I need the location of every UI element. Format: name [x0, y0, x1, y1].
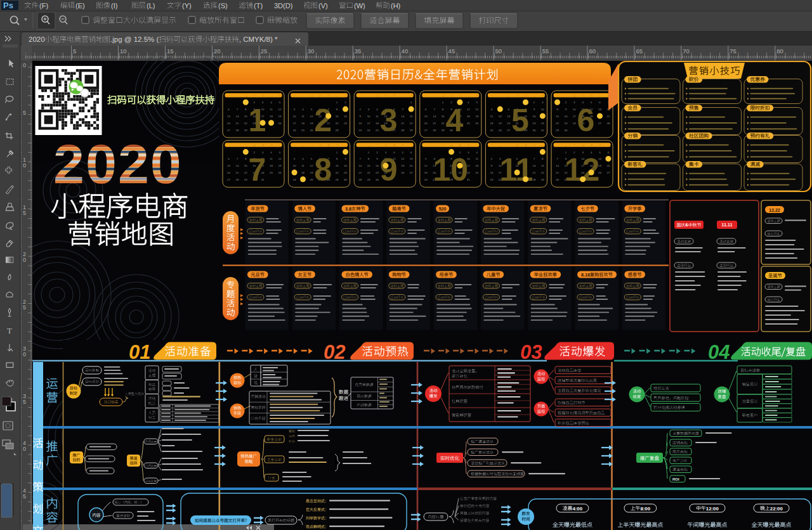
svg-text:(Y): (Y)	[182, 2, 192, 10]
svg-text:11: 11	[301, 164, 304, 167]
svg-text:14: 14	[235, 164, 239, 167]
svg-text:45: 45	[449, 48, 455, 55]
svg-text:3D(D): 3D(D)	[274, 2, 292, 10]
svg-text:19: 19	[278, 115, 281, 118]
svg-text:10: 10	[120, 48, 127, 55]
svg-text:14: 14	[235, 115, 239, 118]
svg-text:27: 27	[410, 171, 413, 174]
svg-text:12.22: 12.22	[769, 208, 780, 212]
svg-text:29: 29	[367, 178, 370, 181]
svg-text:10: 10	[433, 152, 468, 188]
svg-text:13: 13	[424, 115, 428, 118]
svg-text:5: 5	[23, 304, 26, 311]
svg-text:(V): (V)	[318, 2, 328, 10]
svg-text:27: 27	[507, 129, 510, 132]
svg-text:0: 0	[780, 506, 783, 512]
svg-text:16: 16	[358, 122, 362, 125]
svg-text:22: 22	[410, 122, 413, 125]
svg-text:22: 22	[244, 171, 247, 174]
svg-text:11: 11	[270, 108, 273, 111]
svg-text:T: T	[7, 326, 12, 335]
svg-text:29: 29	[244, 129, 247, 132]
svg-text:16: 16	[532, 115, 535, 118]
svg-text:20: 20	[227, 171, 230, 174]
svg-text:35: 35	[355, 48, 362, 55]
svg-text:20: 20	[410, 164, 413, 167]
svg-text:23: 23	[358, 129, 362, 132]
svg-text:25: 25	[475, 171, 478, 174]
svg-text:&: &	[685, 223, 688, 227]
svg-text:19: 19	[278, 164, 281, 167]
svg-text:0: 0	[444, 206, 447, 212]
svg-text:27: 27	[424, 129, 428, 132]
svg-text:11: 11	[270, 157, 273, 160]
svg-text:0: 0	[23, 62, 26, 68]
svg-text:15: 15	[167, 48, 174, 55]
svg-text:21: 21	[606, 115, 610, 118]
svg-text:13: 13	[507, 115, 510, 118]
svg-text:5: 5	[23, 493, 26, 500]
svg-text:13: 13	[227, 115, 230, 118]
svg-text:5: 5	[23, 110, 26, 116]
svg-text:0: 0	[23, 162, 26, 169]
svg-text:22: 22	[336, 171, 339, 174]
svg-text:80: 80	[776, 48, 783, 55]
svg-text:24: 24	[541, 122, 544, 125]
svg-text:17: 17	[293, 122, 296, 125]
svg-text:50: 50	[495, 48, 502, 55]
svg-text:11: 11	[475, 157, 478, 160]
svg-text:18: 18	[301, 171, 304, 174]
svg-text:(S): (S)	[218, 2, 228, 10]
svg-text:23: 23	[344, 122, 347, 125]
svg-text:30: 30	[376, 178, 379, 181]
svg-text:16: 16	[490, 171, 493, 174]
svg-text:22: 22	[336, 122, 339, 125]
svg-text:13: 13	[227, 164, 230, 167]
svg-text:04: 04	[708, 341, 730, 363]
svg-text:26: 26	[401, 171, 404, 174]
svg-text:4: 4	[445, 103, 463, 138]
svg-text:10: 10	[293, 164, 296, 167]
svg-text:24: 24	[293, 129, 296, 132]
svg-text:11: 11	[467, 108, 470, 111]
svg-text:21: 21	[235, 122, 239, 125]
svg-text:29: 29	[244, 178, 247, 181]
svg-text:11: 11	[490, 115, 494, 118]
svg-text:10: 10	[541, 108, 544, 111]
svg-text:19: 19	[401, 164, 404, 167]
svg-text:.jpg @ 12.5% (: .jpg @ 12.5% (	[110, 36, 159, 43]
svg-text:8: 8	[587, 272, 590, 278]
svg-text:20: 20	[424, 122, 428, 125]
svg-text:16: 16	[344, 164, 347, 167]
svg-text:27: 27	[227, 178, 230, 181]
svg-text:25: 25	[467, 122, 470, 125]
svg-text:19: 19	[499, 122, 502, 125]
svg-text:3: 3	[380, 103, 398, 138]
svg-text:16: 16	[376, 164, 379, 167]
svg-text:55: 55	[542, 48, 549, 55]
svg-text:16: 16	[344, 115, 347, 118]
svg-text:5: 5	[23, 399, 26, 405]
svg-text:25: 25	[376, 129, 379, 132]
svg-text:29: 29	[410, 129, 413, 132]
svg-text:12: 12	[278, 108, 281, 111]
svg-text:19: 19	[310, 122, 313, 125]
svg-text:(F): (F)	[39, 2, 48, 10]
svg-text:29: 29	[336, 129, 339, 132]
svg-text:20: 20	[507, 122, 510, 125]
svg-text:21: 21	[556, 171, 559, 174]
svg-text:19: 19	[310, 171, 313, 174]
svg-text:30: 30	[344, 178, 347, 181]
svg-text:15: 15	[442, 115, 445, 118]
svg-text:30: 30	[308, 48, 315, 55]
svg-text:15: 15	[336, 115, 339, 118]
svg-text:28: 28	[606, 122, 610, 125]
svg-text:14: 14	[556, 164, 559, 167]
svg-text:15: 15	[541, 164, 544, 167]
svg-text:30: 30	[564, 129, 567, 132]
svg-text:0: 0	[23, 351, 26, 358]
svg-text:26: 26	[278, 122, 281, 125]
svg-text:31: 31	[541, 129, 544, 132]
svg-text:21: 21	[401, 122, 404, 125]
svg-text:15: 15	[244, 164, 247, 167]
